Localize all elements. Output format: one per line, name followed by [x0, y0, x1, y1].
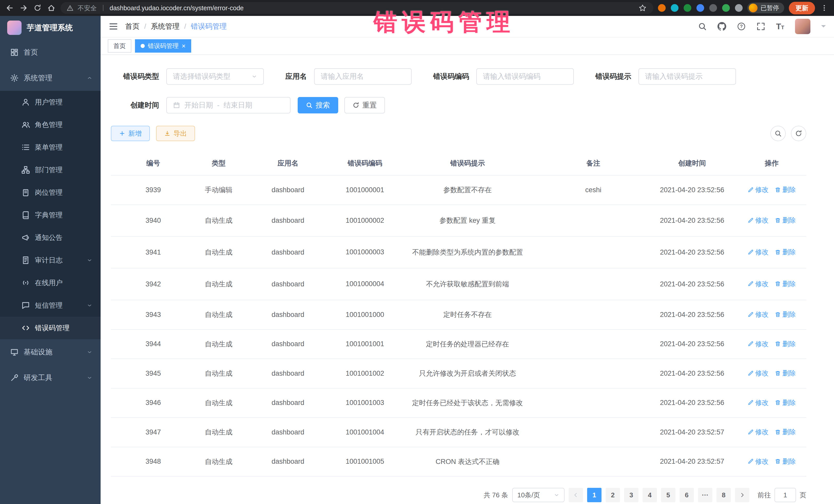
- page-size-select[interactable]: 10条/页: [512, 488, 565, 502]
- sidebar-item-error-code[interactable]: 错误码管理: [0, 317, 101, 339]
- extension-lime-icon[interactable]: [722, 4, 730, 12]
- export-button[interactable]: 导出: [156, 126, 195, 141]
- github-icon[interactable]: [718, 22, 726, 31]
- forward-icon[interactable]: [19, 3, 28, 13]
- extension-green-icon[interactable]: [684, 4, 691, 12]
- page-button-3[interactable]: 3: [624, 488, 638, 502]
- table-row: 3942自动生成dashboard1001000004不允许获取敏感配置到前端2…: [111, 268, 806, 300]
- app-logo[interactable]: 芋道管理系统: [0, 16, 101, 40]
- avatar-caret-icon[interactable]: [821, 25, 826, 30]
- extension-orange-icon[interactable]: [658, 4, 666, 12]
- cell-message: 定时任务已经处于该状态，无需修改: [396, 388, 540, 418]
- delete-link[interactable]: 删除: [775, 248, 796, 257]
- sidebar-item-audit-log[interactable]: 审计日志: [0, 249, 101, 271]
- show-search-button[interactable]: [770, 126, 786, 141]
- breadcrumb: 首页/系统管理/错误码管理: [125, 22, 227, 31]
- extension-teal-icon[interactable]: [671, 4, 679, 12]
- sidebar-item-infrastructure[interactable]: 基础设施: [0, 339, 101, 365]
- trash-icon: [775, 370, 781, 376]
- edit-link[interactable]: 修改: [748, 369, 769, 378]
- hamburger-icon[interactable]: [109, 22, 118, 31]
- page-button-5[interactable]: 5: [661, 488, 675, 502]
- edit-link[interactable]: 修改: [748, 310, 769, 319]
- sidebar-item-user[interactable]: 用户管理: [0, 91, 101, 113]
- sidebar-item-megaphone[interactable]: 通知公告: [0, 226, 101, 249]
- security-label[interactable]: 不安全: [78, 4, 97, 12]
- sidebar-item-menu-list[interactable]: 菜单管理: [0, 136, 101, 159]
- extension-gray-icon[interactable]: [735, 4, 743, 12]
- page-button-1[interactable]: 1: [587, 488, 601, 502]
- prev-page-button[interactable]: [569, 488, 583, 502]
- search-icon[interactable]: [698, 22, 707, 31]
- breadcrumb-item[interactable]: 系统管理: [151, 22, 180, 31]
- edit-link[interactable]: 修改: [748, 339, 769, 349]
- bookmark-star-icon[interactable]: [638, 3, 647, 13]
- filter-error-code: 错误码编码: [433, 68, 574, 85]
- update-button[interactable]: 更新: [789, 2, 815, 14]
- tab-error-code[interactable]: 错误码管理 ×: [135, 39, 191, 52]
- goto-page-input[interactable]: [774, 488, 796, 502]
- sidebar-item-online-user[interactable]: 在线用户: [0, 271, 101, 294]
- user-avatar[interactable]: [795, 19, 810, 34]
- back-icon[interactable]: [5, 3, 14, 13]
- delete-link[interactable]: 删除: [775, 457, 796, 466]
- extension-blue-icon[interactable]: [697, 4, 704, 12]
- sidebar-item-gear[interactable]: 系统管理: [0, 65, 101, 91]
- sidebar-item-sms[interactable]: 短信管理: [0, 294, 101, 317]
- app-name-input[interactable]: [321, 72, 405, 81]
- sidebar-item-dictionary[interactable]: 字典管理: [0, 204, 101, 226]
- profile-chip[interactable]: 已暂停: [747, 3, 784, 13]
- edit-link[interactable]: 修改: [748, 280, 769, 288]
- delete-link[interactable]: 删除: [775, 369, 796, 378]
- breadcrumb-item[interactable]: 首页: [125, 22, 139, 31]
- edit-link[interactable]: 修改: [748, 216, 769, 225]
- sidebar-item-dev-tools[interactable]: 研发工具: [0, 365, 101, 391]
- delete-link[interactable]: 删除: [775, 339, 796, 349]
- error-code-input[interactable]: [483, 72, 567, 81]
- address-bar[interactable]: 不安全 dashboard.yudao.iocoder.cn/system/er…: [61, 2, 653, 14]
- page-button-4[interactable]: 4: [642, 488, 657, 502]
- error-type-select[interactable]: 请选择错误码类型: [166, 68, 264, 85]
- reload-icon[interactable]: [33, 3, 42, 13]
- refresh-table-button[interactable]: [791, 126, 806, 141]
- delete-link[interactable]: 删除: [775, 216, 796, 225]
- delete-link[interactable]: 删除: [775, 280, 796, 288]
- date-range-picker[interactable]: 开始日期 - 结束日期: [166, 97, 290, 113]
- edit-link[interactable]: 修改: [748, 457, 769, 466]
- edit-link[interactable]: 修改: [748, 428, 769, 437]
- delete-link[interactable]: 删除: [775, 398, 796, 407]
- extension-dark-icon[interactable]: [709, 4, 717, 12]
- edit-link[interactable]: 修改: [748, 185, 769, 194]
- next-page-button[interactable]: [735, 488, 749, 502]
- search-button[interactable]: 搜索: [298, 97, 338, 113]
- add-button[interactable]: 新增: [111, 126, 150, 141]
- reset-button[interactable]: 重置: [344, 97, 385, 113]
- url-text[interactable]: dashboard.yudao.iocoder.cn/system/error-…: [110, 4, 634, 12]
- cell-code: 1001000002: [334, 205, 396, 237]
- menu-list-icon: [22, 143, 30, 151]
- help-icon[interactable]: ?: [737, 22, 746, 31]
- edit-link[interactable]: 修改: [748, 248, 769, 257]
- font-size-icon[interactable]: TT: [776, 22, 784, 30]
- home-icon[interactable]: [47, 3, 56, 13]
- page-button-8[interactable]: 8: [717, 488, 731, 502]
- sidebar-item-dashboard[interactable]: 首页: [0, 40, 101, 65]
- fullscreen-icon[interactable]: [756, 22, 765, 31]
- sidebar-item-users[interactable]: 角色管理: [0, 113, 101, 136]
- delete-link[interactable]: 删除: [775, 310, 796, 319]
- edit-link[interactable]: 修改: [748, 398, 769, 407]
- table-toolbar: 新增 导出: [111, 126, 806, 141]
- tab-home[interactable]: 首页: [108, 39, 131, 52]
- delete-link[interactable]: 删除: [775, 428, 796, 437]
- delete-link[interactable]: 删除: [775, 185, 796, 194]
- browser-menu-icon[interactable]: [820, 3, 829, 13]
- sidebar-item-org-tree[interactable]: 部门管理: [0, 159, 101, 181]
- page-button-6[interactable]: 6: [680, 488, 694, 502]
- cell-actions: 修改删除: [737, 205, 806, 237]
- page-ellipsis-button[interactable]: ···: [698, 488, 712, 502]
- breadcrumb-item[interactable]: 错误码管理: [191, 22, 227, 31]
- page-button-2[interactable]: 2: [606, 488, 620, 502]
- error-message-input[interactable]: [645, 72, 729, 81]
- sidebar-item-position[interactable]: 岗位管理: [0, 181, 101, 204]
- tab-close-icon[interactable]: ×: [182, 43, 185, 49]
